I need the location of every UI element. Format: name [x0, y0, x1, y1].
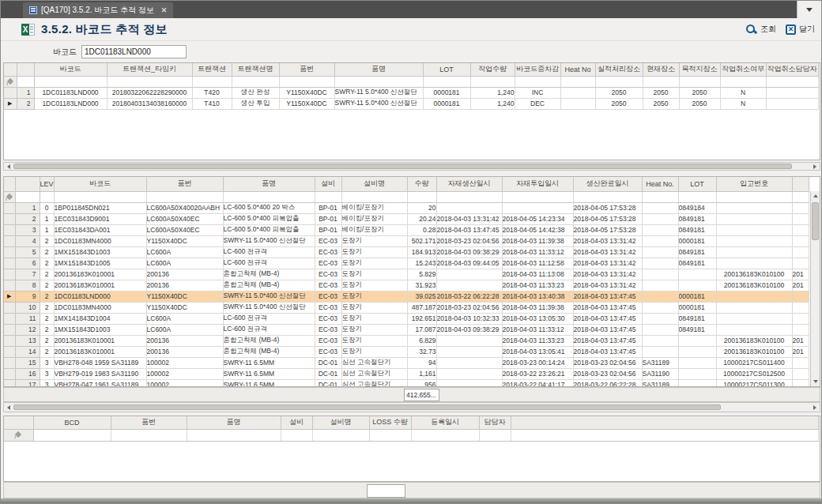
cell[interactable] — [716, 258, 792, 269]
cell[interactable]: 3 — [40, 379, 54, 387]
cell[interactable]: 2050 — [595, 98, 643, 109]
cell[interactable] — [560, 87, 595, 98]
column-header[interactable]: 설비 — [281, 416, 312, 429]
cell[interactable]: 200136183K010001 — [54, 269, 146, 280]
filter-cell[interactable] — [315, 191, 341, 202]
filter-cell[interactable] — [560, 76, 595, 87]
cell[interactable]: 혼합고착제 (MB-4) — [223, 346, 315, 357]
cell[interactable]: 2 — [40, 291, 54, 302]
cell[interactable]: EC-03 — [315, 258, 341, 269]
cell[interactable]: 0849181 — [678, 213, 716, 224]
cell[interactable]: EC-03 — [315, 302, 341, 313]
cell[interactable]: 2018-04-03 13:40:38 — [502, 291, 573, 302]
cell[interactable]: 184.913 — [407, 246, 436, 258]
column-header[interactable] — [792, 177, 809, 191]
cell[interactable]: Y1150X40DC — [146, 235, 223, 246]
table-row[interactable]: ▶921DC01183LND000Y1150X40DCSWRY-11 5.0*4… — [4, 291, 809, 302]
cell[interactable]: 도장기 — [341, 335, 407, 346]
cell[interactable] — [716, 302, 792, 313]
cell[interactable]: 1EC031843D9001 — [54, 213, 146, 224]
cell[interactable]: 1MX151843D1003 — [54, 324, 146, 335]
cell[interactable]: 2 — [40, 313, 54, 324]
column-header[interactable]: 입고번호 — [716, 177, 792, 191]
filter-cell[interactable] — [479, 429, 511, 441]
cell[interactable] — [792, 313, 809, 324]
cell[interactable]: SWRY-11 6.5MM — [223, 368, 315, 379]
cell[interactable]: 도장기 — [341, 313, 407, 324]
cell[interactable]: 956 — [407, 379, 436, 387]
cell[interactable] — [436, 335, 502, 346]
table-row[interactable]: 11DC01183LND00020180322062228290000T420생… — [4, 87, 818, 98]
column-header[interactable]: 품명 — [187, 416, 281, 429]
cell[interactable]: 2018-04-03 09:38:29 — [436, 246, 502, 258]
cell[interactable]: N — [720, 98, 766, 109]
column-header[interactable]: 설비 — [315, 177, 341, 191]
cell[interactable]: 생산 투입 — [232, 98, 279, 109]
cell[interactable]: BP-01 — [315, 213, 341, 224]
cell[interactable]: 1BP011845DN021 — [54, 202, 146, 213]
cell[interactable]: 200136 — [146, 280, 223, 291]
cell[interactable]: 2018-04-03 13:31:42 — [573, 246, 642, 258]
cell[interactable]: DC-01 — [315, 368, 341, 379]
table-row[interactable]: 132200136183K010001200136혼합고착제 (MB-4)EC-… — [4, 335, 809, 346]
table-row[interactable]: 142200136183K010001200136혼합고착제 (MB-4)EC-… — [4, 346, 809, 357]
filter-cell[interactable] — [679, 76, 720, 87]
cell[interactable] — [716, 224, 792, 235]
cell[interactable]: 3 — [40, 357, 54, 368]
cell[interactable]: 0000181 — [423, 87, 470, 98]
cell[interactable]: EC-03 — [315, 335, 341, 346]
cell[interactable]: 0849181 — [678, 246, 716, 258]
cell[interactable]: 2018-04-03 09:38:29 — [436, 324, 502, 335]
filter-cell[interactable] — [111, 429, 187, 441]
table-row[interactable]: 163VBH279-019 1983 SA31190100002SWRY-11 … — [4, 368, 809, 379]
cell[interactable]: 2018-04-03 13:47:45 — [573, 313, 642, 324]
cell[interactable]: 2050 — [679, 87, 720, 98]
cell[interactable]: LC600A50X40020AABH — [146, 202, 223, 213]
cell[interactable]: 2018-04-03 13:31:42 — [436, 213, 502, 224]
horizontal-scrollbar[interactable] — [3, 402, 820, 412]
cell[interactable]: 2018-03-23 02:04:56 — [436, 302, 502, 313]
cell[interactable] — [642, 280, 678, 291]
cell[interactable]: BP-01 — [315, 224, 341, 235]
filter-cell[interactable] — [192, 76, 232, 87]
cell[interactable]: T420 — [192, 87, 232, 98]
cell[interactable]: 2018-04-03 13:05:41 — [502, 346, 573, 357]
cell[interactable] — [642, 313, 678, 324]
cell[interactable] — [716, 313, 792, 324]
cell[interactable]: 혼합고착제 (MB-4) — [223, 335, 315, 346]
cell[interactable]: VBH278-048 1959 SA31189 — [54, 357, 146, 368]
cell[interactable]: DC-01 — [315, 357, 341, 368]
cell[interactable]: 32.73 — [407, 346, 436, 357]
cell[interactable]: LC600A — [146, 246, 223, 258]
cell[interactable]: 1EC031843DA001 — [54, 224, 146, 235]
cell[interactable]: 6.829 — [407, 335, 436, 346]
tab-close-icon[interactable]: ✕ — [161, 6, 168, 14]
cell[interactable]: 2018-03-22 06:22:28 — [573, 379, 642, 387]
cell[interactable]: 1DC01183MN4000 — [54, 302, 146, 313]
cell[interactable] — [642, 202, 678, 213]
filter-cell[interactable] — [720, 76, 766, 87]
cell[interactable] — [642, 335, 678, 346]
cell[interactable]: 2 — [40, 346, 54, 357]
table-row[interactable]: 521MX151843D1003LC600ALC-600 전규격EC-03도장기… — [4, 246, 809, 258]
cell[interactable]: 2018-04-03 11:33:23 — [502, 335, 573, 346]
cell[interactable]: LC-600 전규격 — [223, 246, 315, 258]
filter-cell[interactable] — [312, 429, 369, 441]
table-row[interactable]: 101BP011845DN021LC600A50X40020AABHLC-600… — [4, 202, 809, 213]
cell[interactable]: 2018-04-03 11:33:12 — [502, 246, 573, 258]
column-header[interactable]: 등록일시 — [411, 416, 479, 429]
scroll-right-button[interactable] — [810, 403, 820, 412]
filter-cell[interactable] — [595, 76, 643, 87]
cell[interactable]: 3 — [40, 368, 54, 379]
cell[interactable]: LC600A50X40EC — [146, 224, 223, 235]
cell[interactable]: 2 — [40, 258, 54, 269]
cell[interactable]: 2 — [40, 280, 54, 291]
cell[interactable]: LC600A — [146, 258, 223, 269]
filter-cell[interactable] — [187, 429, 281, 441]
column-header[interactable]: 트랜잭션_타임키 — [107, 63, 192, 76]
cell[interactable]: 0000181 — [678, 291, 716, 302]
cell[interactable]: 1DC01183LND000 — [34, 87, 107, 98]
cell[interactable]: 도장기 — [341, 346, 407, 357]
cell[interactable]: 2050 — [595, 87, 643, 98]
cell[interactable]: 2018-04-03 13:31:42 — [573, 269, 642, 280]
